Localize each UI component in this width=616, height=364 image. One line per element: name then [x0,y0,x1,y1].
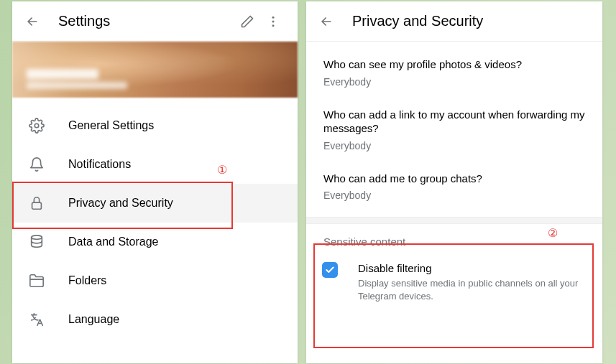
profile-banner[interactable] [12,42,298,98]
bell-icon [28,156,45,173]
privacy-options-list: Who can see my profile photos & videos? … [306,42,602,217]
settings-panel: Settings General Settings Notifications [12,1,298,363]
sidebar-item-language[interactable]: Language [12,300,298,339]
back-button[interactable] [24,13,41,30]
arrow-left-icon [25,14,40,29]
svg-point-5 [32,235,42,240]
privacy-title: Privacy and Security [352,13,591,29]
settings-menu: General Settings Notifications Privacy a… [12,98,298,339]
sidebar-item-privacy[interactable]: Privacy and Security [12,184,298,223]
settings-title: Settings [58,13,234,29]
privacy-value: Everybody [323,190,585,201]
svg-point-2 [272,24,275,27]
menu-label: Data and Storage [68,235,158,248]
menu-label: Folders [68,274,106,287]
privacy-question: Who can see my profile photos & videos? [323,57,585,72]
svg-point-0 [272,16,275,18]
more-button[interactable] [260,9,286,34]
menu-label: Notifications [68,158,131,171]
pencil-icon [240,14,254,29]
svg-point-1 [272,20,275,22]
profile-name-blur [27,69,127,89]
sidebar-item-data[interactable]: Data and Storage [12,223,298,261]
privacy-question: Who can add a link to my account when fo… [323,108,585,136]
check-title: Disable filtering [358,262,587,274]
gear-icon [28,117,45,134]
back-button[interactable] [318,13,335,30]
privacy-panel: Privacy and Security Who can see my prof… [306,1,602,363]
edit-button[interactable] [234,9,260,34]
sensitive-section-title: Sensitive content [306,224,602,253]
privacy-value: Everybody [323,76,585,88]
sidebar-item-folders[interactable]: Folders [12,261,298,300]
check-content: Disable filtering Display sensitive medi… [358,262,587,302]
lock-icon [28,195,45,212]
disable-filtering-row[interactable]: Disable filtering Display sensitive medi… [306,253,602,311]
sidebar-item-general[interactable]: General Settings [12,106,298,145]
database-icon [28,233,45,251]
svg-point-3 [35,123,39,128]
sidebar-item-notifications[interactable]: Notifications [12,145,298,184]
privacy-question: Who can add me to group chats? [323,172,585,186]
language-icon [28,311,45,328]
settings-header: Settings [12,1,298,42]
check-icon [325,265,335,275]
folder-icon [28,272,45,289]
menu-label: Privacy and Security [68,197,173,210]
privacy-item-profile-photos[interactable]: Who can see my profile photos & videos? … [306,47,602,98]
section-divider [306,217,602,224]
menu-label: General Settings [68,119,154,132]
annotation-marker-2: ② [548,226,558,240]
menu-label: Language [68,313,119,326]
arrow-left-icon [319,14,334,29]
privacy-item-forward-link[interactable]: Who can add a link to my account when fo… [306,98,602,162]
svg-rect-4 [32,202,42,209]
annotation-marker-1: ① [217,163,227,177]
privacy-value: Everybody [323,140,585,151]
disable-filtering-checkbox[interactable] [322,262,338,278]
privacy-header: Privacy and Security [306,1,602,42]
check-desc: Display sensitive media in public channe… [358,277,587,302]
privacy-item-group-chats[interactable]: Who can add me to group chats? Everybody [306,162,602,212]
dots-vertical-icon [266,14,280,29]
